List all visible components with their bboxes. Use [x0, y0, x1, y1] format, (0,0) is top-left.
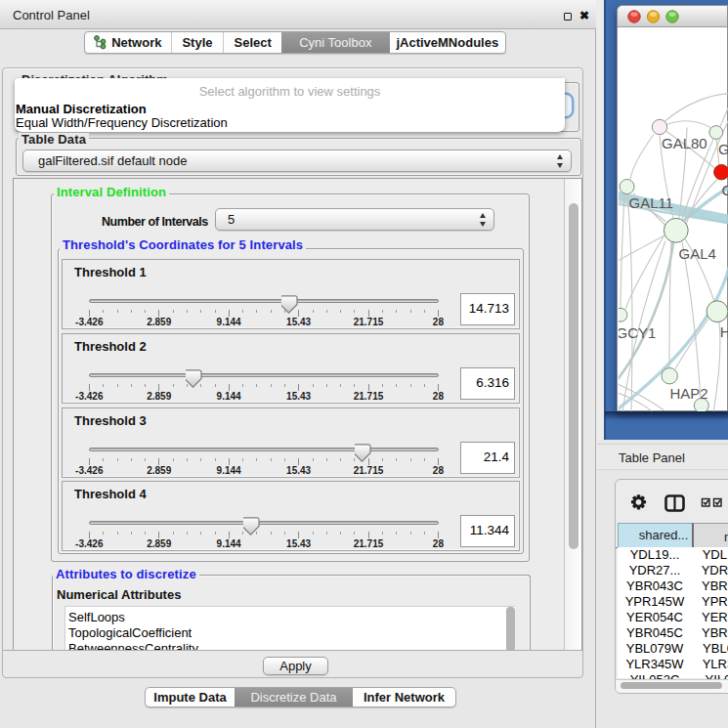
svg-text:GCY1: GCY1: [619, 324, 656, 341]
svg-text:HAP2: HAP2: [670, 385, 708, 402]
svg-text:GAL4: GAL4: [679, 245, 716, 262]
svg-text:H: H: [720, 323, 728, 340]
svg-text:GAL80: GAL80: [662, 135, 707, 151]
svg-text:GA: GA: [718, 141, 728, 157]
svg-text:CY: CY: [722, 182, 728, 198]
svg-text:GAL11: GAL11: [629, 194, 674, 211]
